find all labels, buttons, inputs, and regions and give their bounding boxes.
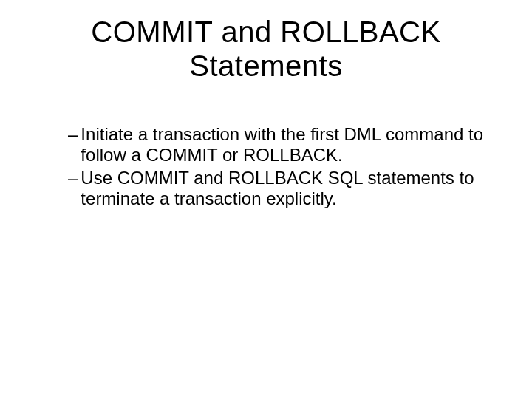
list-item: – Initiate a transaction with the first …: [68, 124, 488, 166]
slide-title: COMMIT and ROLLBACK Statements: [44, 15, 488, 83]
bullet-text: Use COMMIT and ROLLBACK SQL statements t…: [81, 168, 488, 210]
bullet-dash: –: [68, 124, 78, 166]
slide: COMMIT and ROLLBACK Statements – Initiat…: [0, 0, 532, 399]
list-item: – Use COMMIT and ROLLBACK SQL statements…: [68, 168, 488, 210]
slide-body: – Initiate a transaction with the first …: [44, 124, 488, 209]
bullet-dash: –: [68, 168, 78, 210]
bullet-text: Initiate a transaction with the first DM…: [81, 124, 488, 166]
